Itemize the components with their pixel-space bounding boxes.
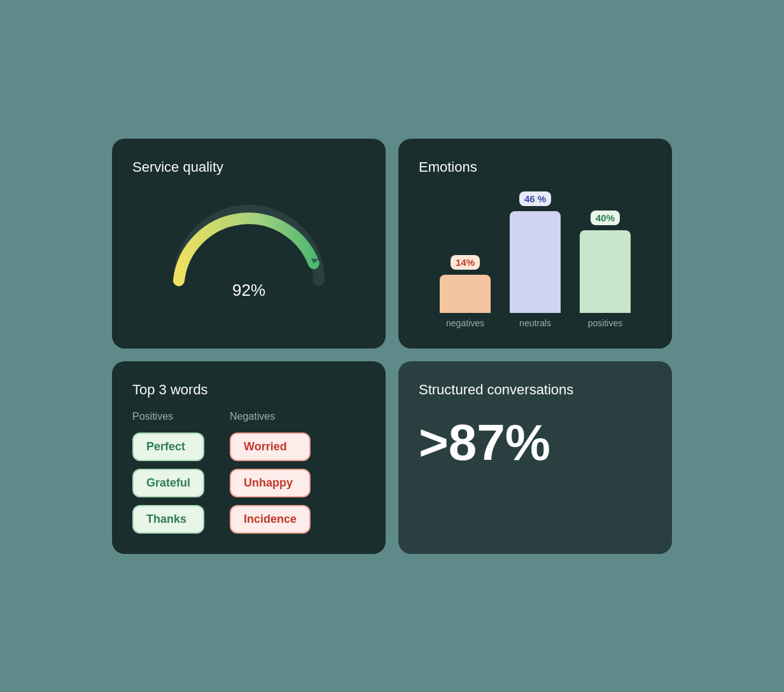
- bar-group-neutrals: 46 % neutrals: [510, 191, 561, 328]
- word-tag-thanks: Thanks: [132, 505, 204, 534]
- positives-column-header: Positives: [132, 411, 204, 422]
- service-quality-card: Service quality 92%: [112, 139, 386, 349]
- bar-group-positives: 40% positives: [580, 211, 631, 328]
- negatives-bar: [440, 275, 491, 313]
- words-columns: Positives Perfect Grateful Thanks Negati…: [132, 411, 365, 534]
- positives-value: 40%: [591, 211, 620, 225]
- gauge-svg: [166, 195, 332, 287]
- dashboard: Service quality 92%: [87, 113, 697, 579]
- word-tag-incidence: Incidence: [230, 505, 311, 534]
- bar-chart: 14% negatives 46 % neutrals 40% positive…: [419, 188, 652, 328]
- positives-label: positives: [588, 318, 622, 328]
- positives-bar: [580, 230, 631, 313]
- service-quality-title: Service quality: [132, 159, 365, 176]
- structured-value: >87%: [419, 417, 652, 468]
- structured-title: Structured conversations: [419, 382, 652, 398]
- gauge-container: 92%: [132, 188, 365, 313]
- top-words-title: Top 3 words: [132, 382, 365, 398]
- word-tag-worried: Worried: [230, 432, 311, 461]
- neutrals-value: 46 %: [519, 191, 551, 206]
- top-words-card: Top 3 words Positives Perfect Grateful T…: [112, 361, 386, 554]
- neutrals-label: neutrals: [519, 318, 551, 328]
- neutrals-bar: [510, 211, 561, 313]
- bar-group-negatives: 14% negatives: [440, 255, 491, 328]
- structured-conversations-card: Structured conversations >87%: [398, 361, 672, 554]
- word-tag-unhappy: Unhappy: [230, 469, 311, 497]
- negatives-column: Negatives Worried Unhappy Incidence: [230, 411, 311, 534]
- word-tag-grateful: Grateful: [132, 469, 204, 497]
- negatives-value: 14%: [451, 255, 480, 270]
- emotions-card: Emotions 14% negatives 46 % neutrals 40%…: [398, 139, 672, 349]
- negatives-label: negatives: [446, 318, 484, 328]
- gauge-value: 92%: [232, 280, 265, 300]
- positives-column: Positives Perfect Grateful Thanks: [132, 411, 204, 534]
- word-tag-perfect: Perfect: [132, 432, 204, 461]
- emotions-title: Emotions: [419, 159, 652, 176]
- negatives-column-header: Negatives: [230, 411, 311, 422]
